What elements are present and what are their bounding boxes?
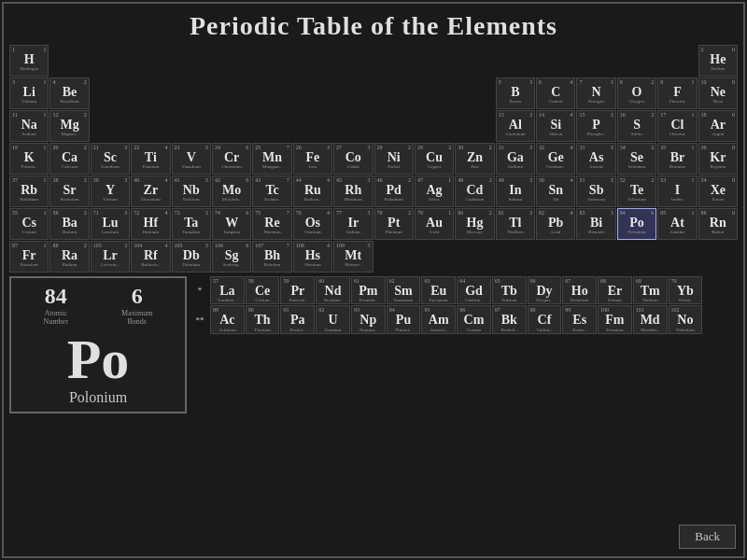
element-kr[interactable]: 360KrKrypton bbox=[698, 143, 738, 175]
element-f[interactable]: 91FFluorine bbox=[657, 77, 697, 109]
element-u[interactable]: 92UUranium bbox=[316, 305, 350, 333]
element-ti[interactable]: 224TiTitanium bbox=[131, 143, 170, 175]
element-lu[interactable]: 713LuLutetium bbox=[91, 208, 130, 240]
element-rf[interactable]: 1044RfRutherfo.. bbox=[131, 241, 170, 273]
element-ac[interactable]: 89AcActinium bbox=[210, 305, 245, 333]
element-xe[interactable]: 540XeXenon bbox=[698, 175, 738, 207]
element-rn[interactable]: 860RnRadon bbox=[698, 208, 738, 240]
element-i[interactable]: 531IIodine bbox=[657, 175, 697, 207]
element-in[interactable]: 493InIndium bbox=[496, 175, 535, 207]
element-v[interactable]: 235VVanadium bbox=[172, 143, 211, 175]
element-fm[interactable]: 100FmFermium bbox=[598, 305, 632, 333]
element-o[interactable]: 82OOxygen bbox=[617, 77, 656, 109]
element-bh[interactable]: 1077BhBohrium bbox=[252, 241, 291, 273]
element-br[interactable]: 351BrBromine bbox=[657, 143, 697, 175]
element-bi[interactable]: 833BiBismuth bbox=[576, 208, 615, 240]
element-se[interactable]: 342SeSelenium bbox=[617, 143, 656, 175]
element-sg[interactable]: 1066SgSeaborg.. bbox=[212, 241, 251, 273]
element-lr[interactable]: 1033LrLawrenc.. bbox=[91, 241, 130, 273]
element-ir[interactable]: 773IrIridium bbox=[333, 208, 373, 240]
element-sn[interactable]: 504SnTin bbox=[536, 175, 575, 207]
element-sb[interactable]: 513SbAntimony bbox=[576, 175, 615, 207]
element-cm[interactable]: 96CmCurium bbox=[457, 305, 491, 333]
element-np[interactable]: 93NpNeptuni.. bbox=[351, 305, 386, 333]
element-cu[interactable]: 292CuCopper bbox=[415, 143, 454, 175]
element-k[interactable]: 191KPotassi.. bbox=[9, 143, 49, 175]
element-no[interactable]: 102NoNobelium bbox=[669, 305, 703, 333]
element-yb[interactable]: 70YbYtterb.. bbox=[669, 276, 703, 304]
element-hf[interactable]: 724HfHafnium bbox=[131, 208, 170, 240]
element-th[interactable]: 90ThThorium bbox=[246, 305, 280, 333]
element-y[interactable]: 393YYttrium bbox=[91, 175, 130, 207]
element-sr[interactable]: 382SrStrontium bbox=[49, 175, 89, 207]
element-po[interactable]: 846PoPolonium bbox=[617, 208, 656, 240]
element-er[interactable]: 68ErErbium bbox=[598, 276, 632, 304]
element-si[interactable]: 144SiSilicon bbox=[536, 110, 575, 142]
element-cs[interactable]: 551CsCesium bbox=[9, 208, 49, 240]
element-tc[interactable]: 437TcTechnet.. bbox=[252, 175, 291, 207]
element-es[interactable]: 99EsEinste.. bbox=[562, 305, 597, 333]
element-fe[interactable]: 263FeIron bbox=[293, 143, 332, 175]
element-db[interactable]: 1055DbDubnium bbox=[172, 241, 211, 273]
element-cd[interactable]: 482CdCadmium bbox=[455, 175, 494, 207]
element-sm[interactable]: 62SmSamarium bbox=[387, 276, 421, 304]
element-nd[interactable]: 60NdNeodym.. bbox=[316, 276, 350, 304]
element-tl[interactable]: 813TlThallium bbox=[496, 208, 535, 240]
element-ca[interactable]: 202CaCalcium bbox=[49, 143, 89, 175]
element-ba[interactable]: 562BaBarium bbox=[49, 208, 89, 240]
element-os[interactable]: 764OsOsmium bbox=[293, 208, 332, 240]
element-md[interactable]: 101MdMendele.. bbox=[633, 305, 668, 333]
element-nb[interactable]: 415NbNiobium bbox=[172, 175, 211, 207]
back-button[interactable]: Back bbox=[679, 525, 736, 549]
element-w[interactable]: 746WTungsten bbox=[212, 208, 251, 240]
element-al[interactable]: 133AlAluminum bbox=[496, 110, 535, 142]
element-dy[interactable]: 66DyDyspro.. bbox=[528, 276, 562, 304]
element-as[interactable]: 333AsArsenic bbox=[576, 143, 615, 175]
element-pm[interactable]: 61PmPrometh.. bbox=[351, 276, 386, 304]
element-be[interactable]: 42BeBeryllium bbox=[49, 77, 89, 109]
element-cr[interactable]: 246CrChromium bbox=[212, 143, 251, 175]
element-h[interactable]: 11HHydrogen bbox=[9, 45, 49, 77]
element-ga[interactable]: 313GaGallium bbox=[496, 143, 535, 175]
element-tm[interactable]: 69TmThulium bbox=[633, 276, 668, 304]
element-au[interactable]: 791AuGold bbox=[415, 208, 454, 240]
element-bk[interactable]: 97BkBerkeli.. bbox=[492, 305, 527, 333]
element-at[interactable]: 851AtAstatine bbox=[657, 208, 697, 240]
element-am[interactable]: 95AmAmerici.. bbox=[421, 305, 456, 333]
element-cl[interactable]: 171ClChlorine bbox=[657, 110, 697, 142]
element-la[interactable]: 57LaLanthan.. bbox=[210, 276, 245, 304]
element-ag[interactable]: 471AgSilver bbox=[415, 175, 454, 207]
element-pr[interactable]: 59PrPraseod.. bbox=[280, 276, 315, 304]
element-pa[interactable]: 91PaProtect.. bbox=[280, 305, 315, 333]
element-tb[interactable]: 65TbTerbium bbox=[492, 276, 527, 304]
element-n[interactable]: 73NNitrogen bbox=[576, 77, 615, 109]
element-s[interactable]: 162SSulfur bbox=[617, 110, 656, 142]
element-ta[interactable]: 735TaTantalum bbox=[172, 208, 211, 240]
element-te[interactable]: 522TeTellurium bbox=[617, 175, 656, 207]
element-co[interactable]: 273CoCobalt bbox=[333, 143, 373, 175]
element-zn[interactable]: 302ZnZinc bbox=[455, 143, 494, 175]
element-gd[interactable]: 64GdGadolin.. bbox=[457, 276, 491, 304]
element-ru[interactable]: 444RuRutheni.. bbox=[293, 175, 332, 207]
element-zr[interactable]: 404ZrZirconium bbox=[131, 175, 170, 207]
element-eu[interactable]: 63EuEuropium bbox=[421, 276, 456, 304]
element-c[interactable]: 64CCarbon bbox=[536, 77, 575, 109]
element-ar[interactable]: 180ArArgon bbox=[698, 110, 738, 142]
element-fr[interactable]: 871FrFrancium bbox=[9, 241, 49, 273]
element-mn[interactable]: 257MnMangane.. bbox=[252, 143, 291, 175]
element-p[interactable]: 153PPhospho.. bbox=[576, 110, 615, 142]
element-mo[interactable]: 426MoMolybde.. bbox=[212, 175, 251, 207]
element-ni[interactable]: 282NiNickel bbox=[374, 143, 414, 175]
element-b[interactable]: 53BBoron bbox=[496, 77, 535, 109]
element-pd[interactable]: 462PdPalladium bbox=[374, 175, 414, 207]
element-ce[interactable]: 58CeCerium bbox=[246, 276, 280, 304]
element-na[interactable]: 111NaSodium bbox=[9, 110, 49, 142]
element-rb[interactable]: 371RbRubidium bbox=[9, 175, 49, 207]
element-pb[interactable]: 824PbLead bbox=[536, 208, 575, 240]
element-cf[interactable]: 98CfCalifor.. bbox=[528, 305, 562, 333]
element-ge[interactable]: 324GeGermani.. bbox=[536, 143, 575, 175]
element-ne[interactable]: 100NeNeon bbox=[698, 77, 738, 109]
element-pt[interactable]: 782PtPlatinum bbox=[374, 208, 414, 240]
element-ho[interactable]: 67HoHolmium bbox=[562, 276, 597, 304]
element-he[interactable]: 20HeHelium bbox=[698, 45, 738, 77]
